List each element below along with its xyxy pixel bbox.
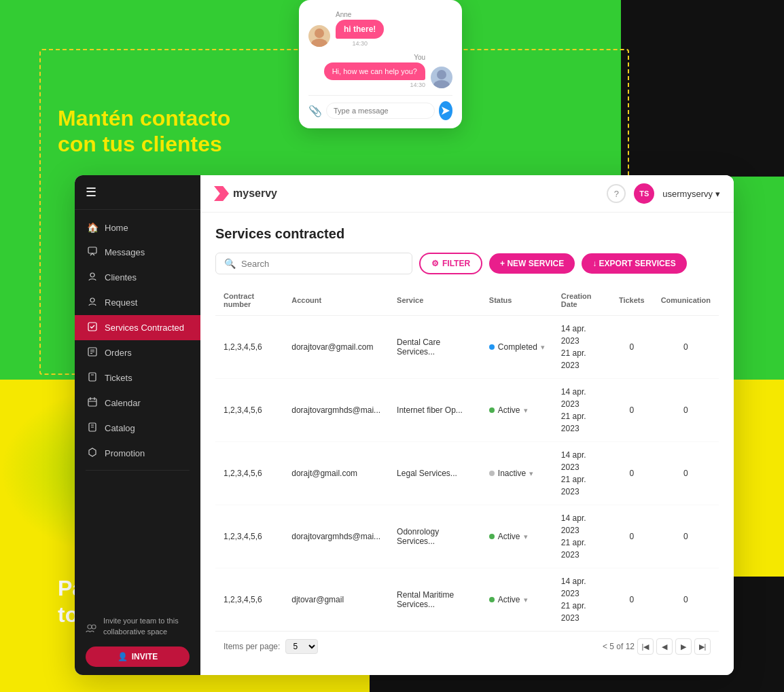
col-date: Creation Date <box>553 285 611 316</box>
status-dropdown-4[interactable]: ▾ <box>524 596 528 604</box>
table-header: Contract number Account Service Status C… <box>215 285 719 316</box>
cell-status-2: Inactive ▾ <box>481 442 553 505</box>
tickets-icon <box>87 372 98 384</box>
next-page-button[interactable]: ▶ <box>675 638 692 655</box>
per-page-select[interactable]: 5 10 25 <box>285 639 318 654</box>
page-info: < 5 of 12 <box>603 642 635 651</box>
chat-row-them: Anne hi there! 14:30 <box>308 11 452 47</box>
invite-text: Invite your team to this collaborative s… <box>103 616 190 637</box>
team-icon <box>86 623 98 636</box>
export-label: ↓ EXPORT SERVICES <box>592 259 675 268</box>
export-button[interactable]: ↓ EXPORT SERVICES <box>582 253 686 274</box>
help-icon: ? <box>614 189 619 199</box>
first-page-button[interactable]: |◀ <box>637 638 654 655</box>
chat-input[interactable] <box>326 103 435 119</box>
cell-contract-4: 1,2,3,4,5,6 <box>215 568 283 632</box>
data-table: Contract number Account Service Status C… <box>215 285 719 631</box>
chat-send-button[interactable] <box>439 101 452 120</box>
col-service: Service <box>389 285 481 316</box>
catalog-icon <box>87 422 98 434</box>
home-icon: 🏠 <box>87 222 98 233</box>
cell-service-4: Rental Maritime Services... <box>389 568 481 632</box>
cell-account-2: dorajt@gmail.com <box>283 442 389 505</box>
cell-tickets-0: 0 <box>611 316 653 379</box>
sidebar-item-home[interactable]: 🏠 Home <box>75 215 200 240</box>
new-service-label: + NEW SERVICE <box>500 259 564 268</box>
user-initials: TS <box>639 189 649 198</box>
status-label-3: Active <box>498 532 520 541</box>
prev-page-button[interactable]: ◀ <box>656 638 673 655</box>
sidebar-item-calendar[interactable]: Calendar <box>75 390 200 416</box>
svg-point-7 <box>90 298 94 302</box>
chat-time-them: 14:30 <box>336 40 384 47</box>
svg-rect-15 <box>88 399 96 406</box>
cell-tickets-1: 0 <box>611 379 653 442</box>
sidebar-item-promotion[interactable]: Promotion <box>75 441 200 466</box>
sidebar-item-clientes[interactable]: Clientes <box>75 265 200 290</box>
status-dropdown-2[interactable]: ▾ <box>529 469 533 478</box>
col-account: Account <box>283 285 389 316</box>
status-dropdown-0[interactable]: ▾ <box>541 343 545 352</box>
page-title: Services contracted <box>215 226 719 242</box>
cell-status-4: Active ▾ <box>481 568 553 632</box>
sidebar-item-tickets[interactable]: Tickets <box>75 365 200 390</box>
cell-date-0: 14 apr. 202321 apr. 2023 <box>553 316 611 379</box>
sidebar-divider <box>86 470 190 471</box>
invite-person-icon: 👤 <box>118 652 128 661</box>
sidebar-label-clientes: Clientes <box>105 272 137 283</box>
sidebar-item-messages[interactable]: Messages <box>75 240 200 265</box>
invite-button[interactable]: 👤 INVITE <box>86 647 190 667</box>
dropdown-icon: ▾ <box>715 189 720 199</box>
sidebar-label-home: Home <box>105 223 128 233</box>
status-label-4: Active <box>498 595 520 604</box>
table-footer: Items per page: 5 10 25 < 5 of 12 |◀ ◀ ▶… <box>215 631 719 661</box>
cell-service-0: Dental Care Services... <box>389 316 481 379</box>
hamburger-icon[interactable]: ☰ <box>86 185 96 200</box>
items-per-page: Items per page: 5 10 25 <box>224 639 318 654</box>
cell-comunication-3: 0 <box>653 505 719 568</box>
cell-comunication-0: 0 <box>653 316 719 379</box>
chat-avatar-anne <box>308 25 330 47</box>
last-page-button[interactable]: ▶| <box>694 638 711 655</box>
sidebar-label-promotion: Promotion <box>105 448 145 458</box>
attach-icon[interactable]: 📎 <box>308 105 322 117</box>
search-input[interactable] <box>241 259 404 269</box>
cell-account-0: dorajtovar@gmail.com <box>283 316 389 379</box>
sidebar-item-catalog[interactable]: Catalog <box>75 416 200 441</box>
table-row: 1,2,3,4,5,6 dorajtovargmhds@mai... Inter… <box>215 379 719 442</box>
sidebar-label-calendar: Calendar <box>105 398 141 408</box>
bg-black-top-right <box>621 0 784 177</box>
col-tickets: Tickets <box>611 285 653 316</box>
svg-point-3 <box>433 80 450 88</box>
filter-button[interactable]: ⚙ FILTER <box>419 253 482 274</box>
cell-comunication-1: 0 <box>653 379 719 442</box>
cell-service-3: Odonrology Services... <box>389 505 481 568</box>
username-button[interactable]: usermyservy ▾ <box>662 189 720 199</box>
cell-date-1: 14 apr. 202321 apr. 2023 <box>553 379 611 442</box>
logo-mark-icon <box>214 186 229 201</box>
cell-account-3: dorajtovargmhds@mai... <box>283 505 389 568</box>
sidebar-item-orders[interactable]: Orders <box>75 340 200 365</box>
sidebar-label-tickets: Tickets <box>105 373 132 383</box>
cell-date-3: 14 apr. 202321 apr. 2023 <box>553 505 611 568</box>
status-dropdown-1[interactable]: ▾ <box>524 406 528 415</box>
sidebar-item-request[interactable]: Request <box>75 290 200 315</box>
help-button[interactable]: ? <box>607 184 626 203</box>
username-label: usermyservy <box>662 189 713 199</box>
svg-rect-5 <box>88 247 96 253</box>
status-dropdown-3[interactable]: ▾ <box>524 532 528 541</box>
sidebar-header: ☰ <box>75 175 200 210</box>
cell-contract-2: 1,2,3,4,5,6 <box>215 442 283 505</box>
col-comunication: Comunication <box>653 285 719 316</box>
chat-bubble-you: Hi, how we can help you? <box>324 62 425 80</box>
app-window: ☰ 🏠 Home Messages <box>75 175 734 675</box>
sidebar-item-services-contracted[interactable]: Services Contracted <box>75 315 200 340</box>
cell-status-3: Active ▾ <box>481 505 553 568</box>
tagline-top: Mantén contacto con tus clientes <box>58 105 255 158</box>
user-avatar[interactable]: TS <box>634 183 654 204</box>
table-row: 1,2,3,4,5,6 djtovar@gmail Rental Maritim… <box>215 568 719 632</box>
orders-icon <box>87 347 98 359</box>
cell-service-2: Legal Services... <box>389 442 481 505</box>
status-dot-1 <box>489 407 495 413</box>
new-service-button[interactable]: + NEW SERVICE <box>489 253 575 274</box>
